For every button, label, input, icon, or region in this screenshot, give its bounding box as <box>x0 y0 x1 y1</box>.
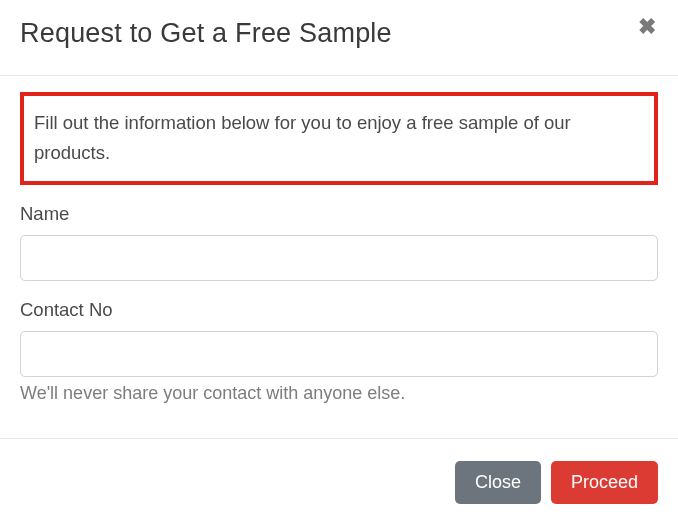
modal-footer: Close Proceed <box>0 438 678 504</box>
modal-request-sample: Request to Get a Free Sample ✖ Fill out … <box>0 0 678 504</box>
name-input[interactable] <box>20 235 658 281</box>
modal-title: Request to Get a Free Sample <box>20 16 392 51</box>
intro-text: Fill out the information below for you t… <box>34 108 644 167</box>
contact-help-text: We'll never share your contact with anyo… <box>20 383 658 404</box>
modal-body: Fill out the information below for you t… <box>0 76 678 438</box>
close-icon[interactable]: ✖ <box>636 16 658 38</box>
form-group-name: Name <box>20 203 658 281</box>
proceed-button[interactable]: Proceed <box>551 461 658 504</box>
contact-label: Contact No <box>20 299 658 321</box>
modal-header: Request to Get a Free Sample ✖ <box>0 0 678 76</box>
contact-input[interactable] <box>20 331 658 377</box>
form-group-contact: Contact No We'll never share your contac… <box>20 299 658 404</box>
name-label: Name <box>20 203 658 225</box>
intro-highlight-box: Fill out the information below for you t… <box>20 92 658 185</box>
close-button[interactable]: Close <box>455 461 541 504</box>
